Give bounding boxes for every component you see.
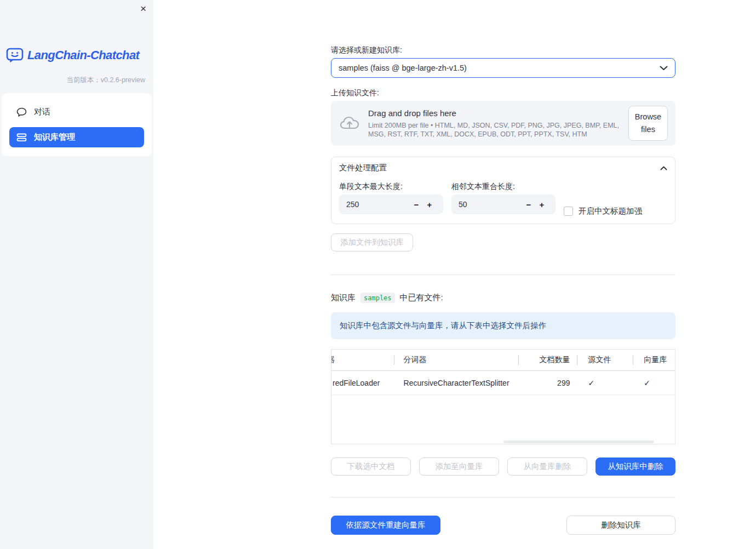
plus-icon[interactable]: + <box>423 200 436 209</box>
column-header-splitter[interactable]: 分词器 <box>394 355 519 365</box>
sidebar-menu: 对话 知识库管理 <box>2 93 152 156</box>
horizontal-scrollbar[interactable] <box>503 441 655 443</box>
kb-files-suffix: 中已有文件: <box>400 293 443 303</box>
file-action-buttons: 下载选中文档 添加至向量库 从向量库删除 从知识库中删除 <box>331 458 675 476</box>
kb-name-code: samples <box>360 293 395 303</box>
chunk-size-value: 250 <box>346 200 410 209</box>
checkbox-box-icon[interactable] <box>564 207 573 216</box>
info-alert: 知识库中包含源文件与向量库，请从下表中选择文件后操作 <box>331 312 675 339</box>
kb-select-label: 请选择或新建知识库: <box>331 45 675 55</box>
chunk-size-field: 单段文本最大长度: 250 − + <box>339 182 443 214</box>
add-files-to-kb-button[interactable]: 添加文件到知识库 <box>331 233 413 251</box>
minus-icon[interactable]: − <box>410 200 423 209</box>
cloud-upload-icon <box>340 116 359 131</box>
add-to-vector-store-button[interactable]: 添加至向量库 <box>419 458 499 476</box>
expander-title: 文件处理配置 <box>339 163 387 173</box>
kb-files-line: 知识库 samples 中已有文件: <box>331 293 675 303</box>
minus-icon[interactable]: − <box>522 200 535 209</box>
cell-splitter: RecursiveCharacterTextSplitter <box>394 379 519 387</box>
cell-doc-count: 299 <box>519 379 578 387</box>
stack-list-icon <box>16 133 27 142</box>
kb-files-prefix: 知识库 <box>331 293 356 303</box>
sidebar-item-dialogue[interactable]: 对话 <box>9 102 144 122</box>
zh-title-enhance-checkbox[interactable]: 开启中文标题加强 <box>564 206 642 216</box>
overlap-value: 50 <box>459 200 522 209</box>
kb-select[interactable]: samples (faiss @ bge-large-zh-v1.5) <box>331 58 675 78</box>
logo: LangChain-Chatchat <box>6 48 139 63</box>
dropzone-title: Drag and drop files here <box>368 108 620 118</box>
files-table[interactable]: 器 分词器 文档数量 源文件 向量库 redFileLoader Recursi… <box>331 349 675 444</box>
chunk-size-input[interactable]: 250 − + <box>339 195 443 214</box>
file-config-expander: 文件处理配置 单段文本最大长度: 250 − + 相邻文本重合长度: 50 − … <box>331 157 675 224</box>
main-content: 请选择或新建知识库: samples (faiss @ bge-large-zh… <box>331 0 675 535</box>
uploader-label: 上传知识文件: <box>331 88 675 98</box>
expander-body: 单段文本最大长度: 250 − + 相邻文本重合长度: 50 − + 开启中文标… <box>331 178 675 224</box>
divider <box>331 497 675 497</box>
logo-text: LangChain-Chatchat <box>27 48 139 62</box>
cell-source-file-check: ✓ <box>577 379 633 387</box>
delete-from-kb-button[interactable]: 从知识库中删除 <box>595 458 675 476</box>
delete-kb-library-button[interactable]: 删除知识库 <box>566 516 675 535</box>
expander-header[interactable]: 文件处理配置 <box>331 157 675 178</box>
dropzone-text: Drag and drop files here Limit 200MB per… <box>368 108 620 139</box>
info-alert-text: 知识库中包含源文件与向量库，请从下表中选择文件后操作 <box>340 321 546 331</box>
download-selected-button[interactable]: 下载选中文档 <box>331 458 411 476</box>
sidebar-item-label: 对话 <box>34 107 50 117</box>
dropzone-limit-text: Limit 200MB per file • HTML, MD, JSON, C… <box>368 121 620 139</box>
kb-select-value: samples (faiss @ bge-large-zh-v1.5) <box>339 64 467 72</box>
column-header-doc-count[interactable]: 文档数量 <box>519 355 578 365</box>
table-row[interactable]: redFileLoader RecursiveCharacterTextSpli… <box>331 371 675 395</box>
overlap-label: 相邻文本重合长度: <box>451 182 555 191</box>
column-header-vector-store[interactable]: 向量库 <box>633 355 675 365</box>
table-header-row: 器 分词器 文档数量 源文件 向量库 <box>331 350 675 371</box>
kb-action-buttons: 依据源文件重建向量库 删除知识库 <box>331 516 675 535</box>
chevron-down-icon <box>660 66 668 71</box>
plus-icon[interactable]: + <box>535 200 548 209</box>
cell-loader: redFileLoader <box>331 379 394 387</box>
sidebar: × LangChain-Chatchat 当前版本：v0.2.6-preview… <box>0 0 153 549</box>
close-sidebar-icon[interactable]: × <box>140 3 146 14</box>
overlap-input[interactable]: 50 − + <box>451 195 555 214</box>
column-header-loader[interactable]: 器 <box>331 355 394 365</box>
cell-vector-store-check: ✓ <box>633 379 675 387</box>
chat-bubble-icon <box>16 107 27 117</box>
browse-files-button[interactable]: Browse files <box>628 106 668 141</box>
logo-chat-smiley-icon <box>6 48 24 63</box>
chevron-up-icon <box>660 166 667 170</box>
column-header-source-file[interactable]: 源文件 <box>577 355 633 365</box>
overlap-field: 相邻文本重合长度: 50 − + <box>451 182 555 214</box>
version-text: 当前版本：v0.2.6-preview <box>66 76 145 85</box>
divider <box>331 274 675 275</box>
rebuild-vector-store-button[interactable]: 依据源文件重建向量库 <box>331 516 440 535</box>
file-dropzone[interactable]: Drag and drop files here Limit 200MB per… <box>331 101 675 146</box>
sidebar-item-label: 知识库管理 <box>34 132 75 142</box>
checkbox-label: 开启中文标题加强 <box>579 206 642 216</box>
sidebar-item-knowledge-base[interactable]: 知识库管理 <box>9 127 144 147</box>
chunk-size-label: 单段文本最大长度: <box>339 182 443 191</box>
delete-from-vector-store-button[interactable]: 从向量库删除 <box>507 458 587 476</box>
